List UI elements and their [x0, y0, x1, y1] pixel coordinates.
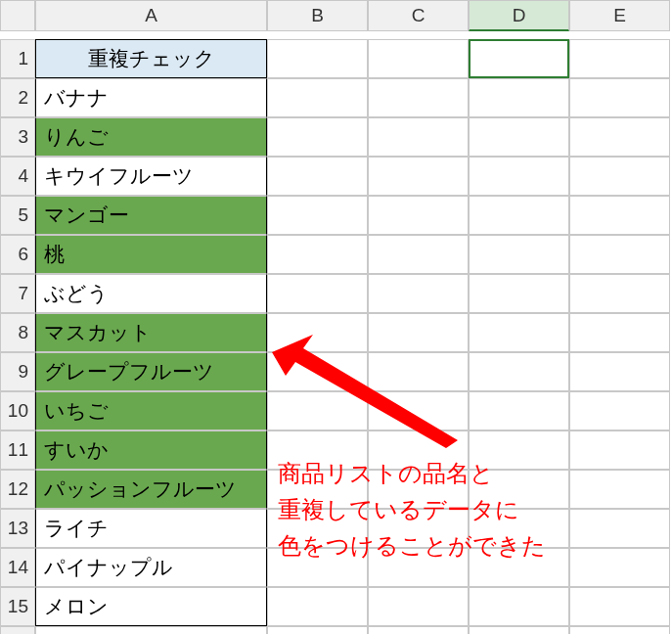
cell-E2[interactable] [569, 78, 670, 117]
cell-E9[interactable] [569, 352, 670, 391]
row-header-7[interactable]: 7 [0, 274, 35, 313]
cell-E8[interactable] [569, 313, 670, 352]
row-header-6[interactable]: 6 [0, 235, 35, 274]
row-header-13[interactable]: 13 [0, 509, 35, 548]
cell-A10[interactable]: いちご [35, 391, 267, 430]
cell-E13[interactable] [569, 509, 670, 548]
row-header-14[interactable]: 14 [0, 548, 35, 587]
cell-D6[interactable] [469, 235, 569, 274]
cell-C7[interactable] [368, 274, 469, 313]
cell-D4[interactable] [469, 157, 569, 196]
cell-C3[interactable] [368, 117, 469, 157]
cell-A15[interactable]: メロン [35, 587, 267, 626]
cell-E15[interactable] [569, 587, 670, 626]
cell-A14[interactable]: パイナップル [35, 548, 267, 587]
row-header-12[interactable]: 12 [0, 470, 35, 509]
cell-A16[interactable] [35, 626, 267, 634]
cell-B1[interactable] [267, 39, 368, 78]
cell-E1[interactable] [569, 39, 670, 78]
annotation-text: 商品リストの品名と 重複しているデータに 色をつけることができた [278, 455, 546, 565]
cell-C15[interactable] [368, 587, 469, 626]
cell-C8[interactable] [368, 313, 469, 352]
cell-A11[interactable]: すいか [35, 430, 267, 470]
row-header-15[interactable]: 15 [0, 587, 35, 626]
column-header-A[interactable]: A [35, 0, 267, 31]
cell-E14[interactable] [569, 548, 670, 587]
row-header-16[interactable]: 16 [0, 626, 35, 634]
cell-E7[interactable] [569, 274, 670, 313]
column-header-E[interactable]: E [569, 0, 670, 31]
cell-D16[interactable] [469, 626, 569, 634]
cell-B4[interactable] [267, 157, 368, 196]
cell-C16[interactable] [368, 626, 469, 634]
cell-B8[interactable] [267, 313, 368, 352]
cell-A2[interactable]: バナナ [35, 78, 267, 117]
cell-B3[interactable] [267, 117, 368, 157]
row-header-1[interactable]: 1 [0, 39, 35, 78]
cell-A5[interactable]: マンゴー [35, 196, 267, 235]
row-header-4[interactable]: 4 [0, 157, 35, 196]
cell-A3[interactable]: りんご [35, 117, 267, 157]
cell-E12[interactable] [569, 470, 670, 509]
row-header-8[interactable]: 8 [0, 313, 35, 352]
header-cell-A1[interactable]: 重複チェック [35, 39, 267, 78]
cell-D5[interactable] [469, 196, 569, 235]
corner-cell [0, 0, 35, 31]
cell-D1[interactable] [469, 39, 569, 78]
cell-A8[interactable]: マスカット [35, 313, 267, 352]
row-header-11[interactable]: 11 [0, 430, 35, 470]
cell-D2[interactable] [469, 78, 569, 117]
cell-A12[interactable]: パッションフルーツ [35, 470, 267, 509]
cell-C5[interactable] [368, 196, 469, 235]
row-header-9[interactable]: 9 [0, 352, 35, 391]
cell-E10[interactable] [569, 391, 670, 430]
cell-C9[interactable] [368, 352, 469, 391]
cell-D7[interactable] [469, 274, 569, 313]
cell-C4[interactable] [368, 157, 469, 196]
cell-B2[interactable] [267, 78, 368, 117]
cell-D15[interactable] [469, 587, 569, 626]
cell-E5[interactable] [569, 196, 670, 235]
cell-E11[interactable] [569, 430, 670, 470]
cell-C2[interactable] [368, 78, 469, 117]
cell-C6[interactable] [368, 235, 469, 274]
cell-D3[interactable] [469, 117, 569, 157]
cell-E4[interactable] [569, 157, 670, 196]
cell-A6[interactable]: 桃 [35, 235, 267, 274]
cell-C1[interactable] [368, 39, 469, 78]
column-header-D[interactable]: D [469, 0, 569, 31]
cell-E3[interactable] [569, 117, 670, 157]
cell-B9[interactable] [267, 352, 368, 391]
cell-D10[interactable] [469, 391, 569, 430]
cell-C10[interactable] [368, 391, 469, 430]
cell-A4[interactable]: キウイフルーツ [35, 157, 267, 196]
cell-B7[interactable] [267, 274, 368, 313]
cell-A7[interactable]: ぶどう [35, 274, 267, 313]
cell-B16[interactable] [267, 626, 368, 634]
cell-B15[interactable] [267, 587, 368, 626]
cell-E6[interactable] [569, 235, 670, 274]
column-header-C[interactable]: C [368, 0, 469, 31]
column-header-B[interactable]: B [267, 0, 368, 31]
cell-B6[interactable] [267, 235, 368, 274]
cell-D8[interactable] [469, 313, 569, 352]
cell-B5[interactable] [267, 196, 368, 235]
row-header-3[interactable]: 3 [0, 117, 35, 157]
cell-A9[interactable]: グレープフルーツ [35, 352, 267, 391]
row-header-5[interactable]: 5 [0, 196, 35, 235]
cell-D9[interactable] [469, 352, 569, 391]
cell-B10[interactable] [267, 391, 368, 430]
cell-E16[interactable] [569, 626, 670, 634]
row-header-10[interactable]: 10 [0, 391, 35, 430]
row-header-2[interactable]: 2 [0, 78, 35, 117]
cell-A13[interactable]: ライチ [35, 509, 267, 548]
